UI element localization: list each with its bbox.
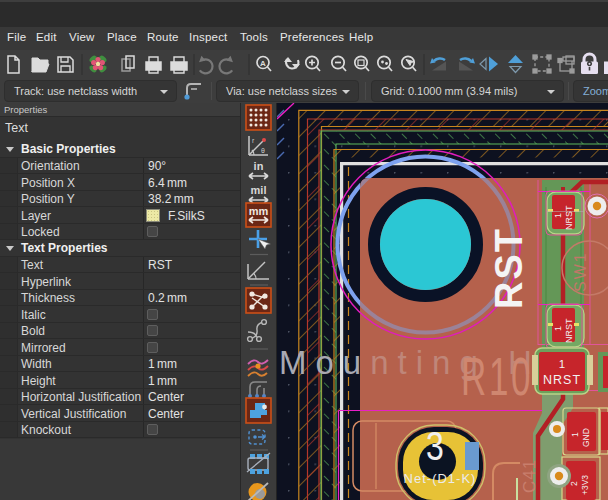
svg-text:+3V3: +3V3: [580, 475, 590, 495]
svg-text:SW1: SW1: [572, 251, 589, 292]
svg-text:θ: θ: [261, 147, 265, 154]
svg-text:NRST: NRST: [564, 318, 574, 343]
svg-text:mil: mil: [251, 184, 267, 196]
svg-text:GND: GND: [581, 428, 591, 447]
svg-text:1: 1: [553, 213, 563, 218]
svg-text:3: 3: [426, 424, 444, 469]
svg-text:RST: RST: [488, 227, 530, 309]
svg-text:in: in: [254, 160, 264, 172]
svg-text:2: 2: [569, 481, 579, 486]
svg-text:mm: mm: [249, 205, 269, 217]
svg-text:NRST: NRST: [564, 205, 574, 230]
svg-text:1: 1: [553, 326, 563, 331]
svg-text:Net-(D1-K): Net-(D1-K): [404, 471, 477, 486]
svg-text:r: r: [252, 137, 255, 144]
svg-text:C41: C41: [520, 459, 539, 493]
svg-text:R10: R10: [461, 347, 533, 407]
svg-text:1: 1: [559, 358, 565, 370]
svg-text:NRST: NRST: [543, 373, 581, 387]
svg-text:A: A: [260, 59, 266, 68]
svg-text:1: 1: [570, 432, 580, 437]
